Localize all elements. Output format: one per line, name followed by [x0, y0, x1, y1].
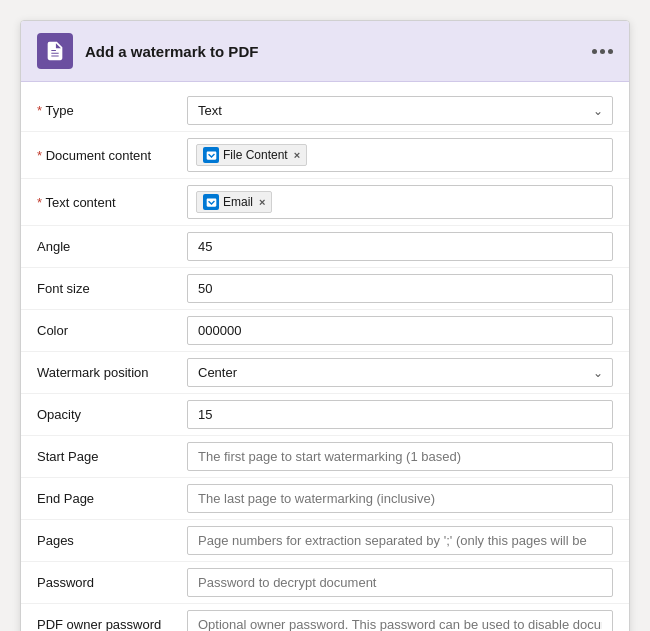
field-row-opacity: Opacity [21, 394, 629, 436]
pdf-watermark-icon [37, 33, 73, 69]
dot3 [608, 49, 613, 54]
label-document-content: Document content [37, 148, 187, 163]
label-start-page: Start Page [37, 449, 187, 464]
watermark-position-select[interactable]: Center Top Left Top Right Bottom Left Bo… [187, 358, 613, 387]
label-angle: Angle [37, 239, 187, 254]
pdf-owner-password-input[interactable] [187, 610, 613, 631]
opacity-input[interactable] [187, 400, 613, 429]
label-text-content: Text content [37, 195, 187, 210]
field-row-font-size: Font size [21, 268, 629, 310]
email-tag-label: Email [223, 195, 253, 209]
file-content-tag: File Content × [196, 144, 307, 166]
card-header: Add a watermark to PDF [21, 21, 629, 82]
field-row-end-page: End Page [21, 478, 629, 520]
email-tag: Email × [196, 191, 272, 213]
card-body: Type Text Image ⌄ Document content [21, 82, 629, 631]
text-content-tag-input[interactable]: Email × [187, 185, 613, 219]
control-document-content: File Content × [187, 138, 613, 172]
document-content-tag-input[interactable]: File Content × [187, 138, 613, 172]
label-end-page: End Page [37, 491, 187, 506]
pdf-icon-svg [44, 40, 66, 62]
label-password: Password [37, 575, 187, 590]
label-pages: Pages [37, 533, 187, 548]
control-angle [187, 232, 613, 261]
control-pages [187, 526, 613, 555]
header-left: Add a watermark to PDF [37, 33, 258, 69]
label-color: Color [37, 323, 187, 338]
file-content-tag-close[interactable]: × [294, 149, 300, 161]
label-font-size: Font size [37, 281, 187, 296]
more-options-button[interactable] [592, 49, 613, 54]
field-row-start-page: Start Page [21, 436, 629, 478]
label-type: Type [37, 103, 187, 118]
password-input[interactable] [187, 568, 613, 597]
watermark-card: Add a watermark to PDF Type Text Image ⌄ [20, 20, 630, 631]
type-select[interactable]: Text Image [187, 96, 613, 125]
control-watermark-position: Center Top Left Top Right Bottom Left Bo… [187, 358, 613, 387]
control-pdf-owner-password [187, 610, 613, 631]
pages-input[interactable] [187, 526, 613, 555]
label-pdf-owner-password: PDF owner password [37, 617, 187, 631]
file-content-tag-icon [203, 147, 219, 163]
field-row-angle: Angle [21, 226, 629, 268]
control-text-content: Email × [187, 185, 613, 219]
control-start-page [187, 442, 613, 471]
select-wrapper-position: Center Top Left Top Right Bottom Left Bo… [187, 358, 613, 387]
field-row-password: Password [21, 562, 629, 604]
field-row-pdf-owner-password: PDF owner password [21, 604, 629, 631]
card-title: Add a watermark to PDF [85, 43, 258, 60]
control-password [187, 568, 613, 597]
tag-icon-svg2 [206, 197, 217, 208]
control-color [187, 316, 613, 345]
control-font-size [187, 274, 613, 303]
field-row-watermark-position: Watermark position Center Top Left Top R… [21, 352, 629, 394]
dot1 [592, 49, 597, 54]
dot2 [600, 49, 605, 54]
start-page-input[interactable] [187, 442, 613, 471]
email-tag-close[interactable]: × [259, 196, 265, 208]
control-type: Text Image ⌄ [187, 96, 613, 125]
control-opacity [187, 400, 613, 429]
color-input[interactable] [187, 316, 613, 345]
angle-input[interactable] [187, 232, 613, 261]
field-row-type: Type Text Image ⌄ [21, 90, 629, 132]
field-row-pages: Pages [21, 520, 629, 562]
label-opacity: Opacity [37, 407, 187, 422]
label-watermark-position: Watermark position [37, 365, 187, 380]
font-size-input[interactable] [187, 274, 613, 303]
select-wrapper-type: Text Image ⌄ [187, 96, 613, 125]
field-row-text-content: Text content Email × [21, 179, 629, 226]
end-page-input[interactable] [187, 484, 613, 513]
field-row-document-content: Document content File Content × [21, 132, 629, 179]
field-row-color: Color [21, 310, 629, 352]
email-tag-icon [203, 194, 219, 210]
tag-icon-svg [206, 150, 217, 161]
file-content-tag-label: File Content [223, 148, 288, 162]
control-end-page [187, 484, 613, 513]
